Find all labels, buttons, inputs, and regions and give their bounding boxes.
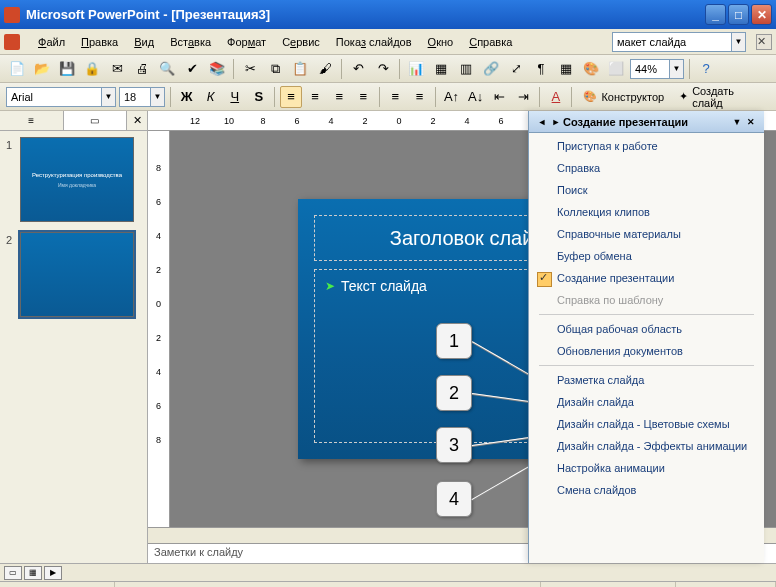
numbered-list-icon[interactable]: ≡ bbox=[385, 86, 406, 108]
table-icon[interactable]: ▦ bbox=[430, 58, 452, 80]
tp-custom-animation[interactable]: Настройка анимации bbox=[529, 457, 764, 479]
bold-icon[interactable]: Ж bbox=[176, 86, 197, 108]
undo-icon[interactable]: ↶ bbox=[347, 58, 369, 80]
font-name-select[interactable]: ▼ bbox=[6, 87, 116, 107]
menu-file[interactable]: Файл bbox=[30, 33, 73, 51]
align-justify-icon[interactable]: ≡ bbox=[353, 86, 374, 108]
tp-slide-layout[interactable]: Разметка слайда bbox=[529, 369, 764, 391]
back-icon[interactable]: ◄ bbox=[535, 115, 549, 129]
tp-design-colors[interactable]: Дизайн слайда - Цветовые схемы bbox=[529, 413, 764, 435]
doc-close-button[interactable]: ✕ bbox=[756, 34, 772, 50]
save-icon[interactable]: 💾 bbox=[56, 58, 78, 80]
italic-icon[interactable]: К bbox=[200, 86, 221, 108]
outline-tab[interactable]: ≡ bbox=[0, 111, 64, 130]
normal-view-icon[interactable]: ▭ bbox=[4, 566, 22, 580]
document-icon[interactable] bbox=[4, 34, 20, 50]
callout-4: 4 bbox=[436, 481, 472, 517]
help-icon[interactable]: ? bbox=[695, 58, 717, 80]
zoom-input[interactable] bbox=[630, 59, 670, 79]
hyperlink-icon[interactable]: 🔗 bbox=[480, 58, 502, 80]
paste-icon[interactable]: 📋 bbox=[289, 58, 311, 80]
redo-icon[interactable]: ↷ bbox=[372, 58, 394, 80]
close-icon[interactable]: ✕ bbox=[744, 115, 758, 129]
show-formatting-icon[interactable]: ¶ bbox=[530, 58, 552, 80]
font-size-input[interactable] bbox=[119, 87, 151, 107]
shadow-icon[interactable]: S bbox=[248, 86, 269, 108]
slideshow-view-icon[interactable]: ▶ bbox=[44, 566, 62, 580]
close-button[interactable]: ✕ bbox=[751, 4, 772, 25]
menu-service[interactable]: Сервис bbox=[274, 33, 328, 51]
tp-new-presentation[interactable]: Создание презентации bbox=[529, 267, 764, 289]
designer-button[interactable]: 🎨 Конструктор bbox=[577, 86, 670, 108]
print-icon[interactable]: 🖨 bbox=[131, 58, 153, 80]
font-size-select[interactable]: ▼ bbox=[119, 87, 165, 107]
align-center-icon[interactable]: ≡ bbox=[305, 86, 326, 108]
menu-slideshow[interactable]: Показ слайдов bbox=[328, 33, 420, 51]
copy-icon[interactable]: ⧉ bbox=[264, 58, 286, 80]
increase-indent-icon[interactable]: ⇥ bbox=[513, 86, 534, 108]
font-color-icon[interactable]: A bbox=[545, 86, 566, 108]
sorter-view-icon[interactable]: ▦ bbox=[24, 566, 42, 580]
menu-help[interactable]: Справка bbox=[461, 33, 520, 51]
zoom-select[interactable]: ▼ bbox=[630, 59, 684, 79]
grayscale-icon[interactable]: ⬜ bbox=[605, 58, 627, 80]
increase-font-icon[interactable]: A↑ bbox=[441, 86, 462, 108]
spellcheck-icon[interactable]: ✔ bbox=[181, 58, 203, 80]
open-icon[interactable]: 📂 bbox=[31, 58, 53, 80]
bulleted-list-icon[interactable]: ≡ bbox=[409, 86, 430, 108]
layout-input[interactable] bbox=[612, 32, 732, 52]
layout-select[interactable]: ▼ bbox=[612, 32, 746, 52]
slide-thumbnail[interactable] bbox=[20, 232, 134, 317]
forward-icon[interactable]: ► bbox=[549, 115, 563, 129]
minimize-button[interactable]: _ bbox=[705, 4, 726, 25]
chevron-down-icon[interactable]: ▼ bbox=[670, 59, 684, 79]
chevron-down-icon[interactable]: ▼ bbox=[732, 32, 746, 52]
preview-icon[interactable]: 🔍 bbox=[156, 58, 178, 80]
chevron-down-icon[interactable]: ▼ bbox=[730, 115, 744, 129]
decrease-indent-icon[interactable]: ⇤ bbox=[489, 86, 510, 108]
underline-icon[interactable]: Ч bbox=[224, 86, 245, 108]
format-painter-icon[interactable]: 🖌 bbox=[314, 58, 336, 80]
chevron-down-icon[interactable]: ▼ bbox=[151, 87, 165, 107]
email-icon[interactable]: ✉ bbox=[106, 58, 128, 80]
permission-icon[interactable]: 🔒 bbox=[81, 58, 103, 80]
font-name-input[interactable] bbox=[6, 87, 102, 107]
expand-icon[interactable]: ⤢ bbox=[505, 58, 527, 80]
tp-getting-started[interactable]: Приступая к работе bbox=[529, 135, 764, 157]
tp-slide-design[interactable]: Дизайн слайда bbox=[529, 391, 764, 413]
slides-tab[interactable]: ▭ bbox=[64, 111, 128, 130]
tp-design-animation[interactable]: Дизайн слайда - Эффекты анимации bbox=[529, 435, 764, 457]
tp-slide-transition[interactable]: Смена слайдов bbox=[529, 479, 764, 501]
color-icon[interactable]: 🎨 bbox=[580, 58, 602, 80]
tables-borders-icon[interactable]: ▥ bbox=[455, 58, 477, 80]
menu-view[interactable]: Вид bbox=[126, 33, 162, 51]
tp-shared-workspace[interactable]: Общая рабочая область bbox=[529, 318, 764, 340]
slide-panel: ≡ ▭ ✕ 1 Реструктуризация производства Им… bbox=[0, 111, 148, 563]
grid-icon[interactable]: ▦ bbox=[555, 58, 577, 80]
new-slide-button[interactable]: ✦ Создать слайд bbox=[673, 86, 770, 108]
decrease-font-icon[interactable]: A↓ bbox=[465, 86, 486, 108]
menu-edit[interactable]: Правка bbox=[73, 33, 126, 51]
tp-reference[interactable]: Справочные материалы bbox=[529, 223, 764, 245]
cut-icon[interactable]: ✂ bbox=[239, 58, 261, 80]
maximize-button[interactable]: □ bbox=[728, 4, 749, 25]
research-icon[interactable]: 📚 bbox=[206, 58, 228, 80]
tp-clipart[interactable]: Коллекция клипов bbox=[529, 201, 764, 223]
slide-thumbnail[interactable]: Реструктуризация производства Имя доклад… bbox=[20, 137, 134, 222]
tp-search[interactable]: Поиск bbox=[529, 179, 764, 201]
tp-doc-updates[interactable]: Обновления документов bbox=[529, 340, 764, 362]
new-icon[interactable]: 📄 bbox=[6, 58, 28, 80]
align-left-icon[interactable]: ≡ bbox=[280, 86, 301, 108]
tp-help[interactable]: Справка bbox=[529, 157, 764, 179]
menu-insert[interactable]: Вставка bbox=[162, 33, 219, 51]
status-slide: Слайд 2 из 2 bbox=[0, 582, 115, 587]
menu-window[interactable]: Окно bbox=[420, 33, 462, 51]
chevron-down-icon[interactable]: ▼ bbox=[102, 87, 116, 107]
panel-close-icon[interactable]: ✕ bbox=[127, 111, 147, 130]
menu-format[interactable]: Формат bbox=[219, 33, 274, 51]
thumb-number: 1 bbox=[6, 137, 20, 151]
status-language: русский (Россия) bbox=[541, 582, 676, 587]
align-right-icon[interactable]: ≡ bbox=[329, 86, 350, 108]
chart-icon[interactable]: 📊 bbox=[405, 58, 427, 80]
tp-clipboard[interactable]: Буфер обмена bbox=[529, 245, 764, 267]
